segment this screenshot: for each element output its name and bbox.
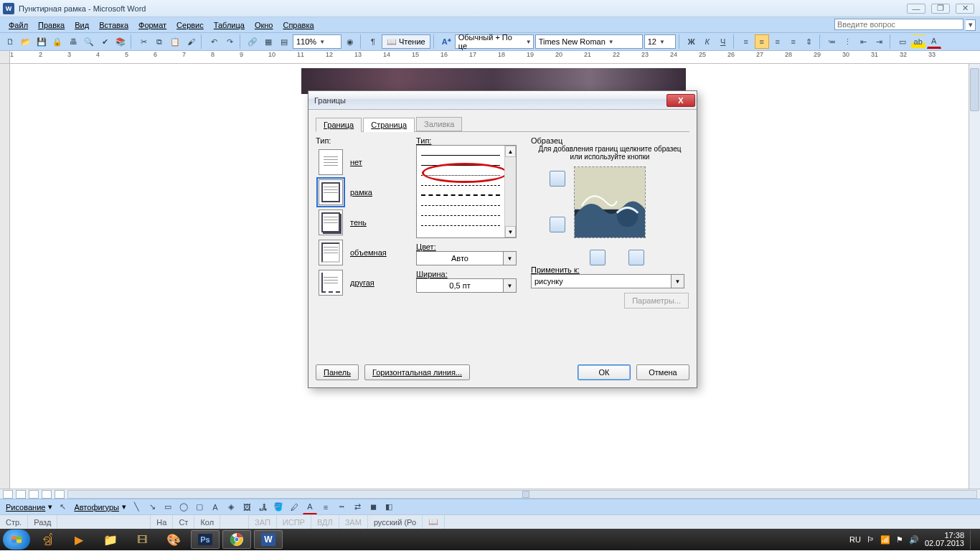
- cancel-button[interactable]: Отмена: [636, 364, 689, 380]
- maximize-button[interactable]: ❐: [931, 4, 950, 14]
- menu-file[interactable]: Файл: [4, 19, 32, 31]
- horizontal-line-button[interactable]: Горизонтальная линия...: [364, 364, 470, 380]
- vertical-ruler[interactable]: [0, 64, 10, 489]
- color-combo[interactable]: Авто ▼: [416, 251, 517, 265]
- setting-box-icon[interactable]: [319, 179, 343, 205]
- border-top-button[interactable]: [550, 171, 565, 187]
- align-justify-icon[interactable]: ≡: [786, 34, 801, 49]
- clipart-icon[interactable]: 🖼: [240, 500, 254, 514]
- line-spacing-icon[interactable]: ⇕: [802, 34, 816, 49]
- status-rec[interactable]: ЗАП: [249, 515, 277, 529]
- font-color-icon[interactable]: A: [927, 34, 941, 49]
- zoom-combo[interactable]: 110%▼: [293, 34, 341, 49]
- menu-table[interactable]: Таблица: [209, 19, 249, 31]
- print-icon[interactable]: 🖶: [66, 34, 80, 49]
- undo-icon[interactable]: ↶: [207, 34, 221, 49]
- border-right-button[interactable]: [628, 250, 644, 265]
- dash-style-icon[interactable]: ┅: [334, 500, 349, 514]
- line-style-list[interactable]: ▲ ▼: [416, 145, 517, 238]
- line-icon[interactable]: ╲: [129, 500, 143, 514]
- tray-action-icon[interactable]: ⚑: [896, 535, 903, 545]
- status-book-icon[interactable]: 📖: [423, 515, 445, 529]
- borders-icon[interactable]: ▭: [895, 34, 910, 49]
- tray-flag-icon[interactable]: 🏳: [867, 535, 875, 544]
- task-photoshop-icon[interactable]: Ps: [191, 530, 220, 549]
- status-ovr[interactable]: ЗАМ: [339, 515, 368, 529]
- format-painter-icon[interactable]: 🖌: [184, 34, 198, 49]
- italic-icon[interactable]: К: [700, 34, 715, 49]
- status-ext[interactable]: ВДЛ: [311, 515, 339, 529]
- spellcheck-icon[interactable]: ✔: [98, 34, 112, 49]
- tab-page[interactable]: Страница: [363, 118, 415, 132]
- menu-view[interactable]: Вид: [70, 19, 93, 31]
- status-language[interactable]: русский (Ро: [368, 515, 423, 529]
- show-desktop-button[interactable]: [970, 529, 976, 550]
- styles-pane-icon[interactable]: A⁴: [439, 34, 453, 49]
- copy-icon[interactable]: ⧉: [152, 34, 166, 49]
- task-paint-icon[interactable]: 🎨: [159, 530, 188, 549]
- tray-clock[interactable]: 17:38 02.07.2013: [925, 532, 964, 547]
- redo-icon[interactable]: ↷: [222, 34, 237, 49]
- show-marks-icon[interactable]: ¶: [366, 34, 380, 49]
- fill-color-icon[interactable]: 🪣: [271, 500, 286, 514]
- setting-custom-icon[interactable]: [319, 270, 343, 296]
- insert-table-icon[interactable]: ▤: [277, 34, 291, 49]
- 3d-style-icon[interactable]: ◧: [382, 500, 396, 514]
- horizontal-scrollbar[interactable]: [67, 490, 977, 499]
- arrow-icon[interactable]: ↘: [145, 500, 159, 514]
- toolbar-button[interactable]: Панель: [316, 364, 359, 380]
- arrow-style-icon[interactable]: ⇄: [350, 500, 364, 514]
- textbox-icon[interactable]: ▢: [192, 500, 207, 514]
- apply-to-combo[interactable]: рисунку ▼: [531, 274, 684, 288]
- bold-icon[interactable]: Ж: [684, 34, 699, 49]
- border-left-button[interactable]: [590, 250, 606, 265]
- tab-border[interactable]: Граница: [316, 118, 362, 132]
- menu-window[interactable]: Окно: [250, 19, 278, 31]
- drawing-menu[interactable]: Рисование ▾: [3, 500, 54, 514]
- align-left-icon[interactable]: ≡: [739, 34, 753, 49]
- task-video-icon[interactable]: 🎞: [128, 530, 156, 549]
- setting-none-icon[interactable]: [319, 149, 343, 175]
- document-page[interactable]: Границы X Граница Страница Заливка Тип: …: [10, 64, 969, 489]
- size-combo[interactable]: 12▼: [644, 34, 676, 49]
- research-icon[interactable]: 📚: [113, 34, 128, 49]
- align-center-icon[interactable]: ≡: [755, 34, 769, 49]
- vertical-scrollbar[interactable]: [969, 64, 980, 489]
- increase-indent-icon[interactable]: ⇥: [872, 34, 887, 49]
- font-combo[interactable]: Times New Roman▼: [535, 34, 643, 49]
- open-icon[interactable]: 📂: [19, 34, 33, 49]
- cut-icon[interactable]: ✂: [136, 34, 151, 49]
- width-combo[interactable]: 0,5 пт ▼: [416, 278, 517, 293]
- line-style-icon[interactable]: ≡: [319, 500, 333, 514]
- oval-icon[interactable]: ◯: [176, 500, 191, 514]
- setting-3d-icon[interactable]: [319, 240, 343, 265]
- task-explorer-icon[interactable]: 📁: [96, 530, 125, 549]
- ok-button[interactable]: ОК: [578, 364, 631, 380]
- dialog-titlebar[interactable]: Границы X: [308, 91, 697, 110]
- save-icon[interactable]: 💾: [34, 34, 49, 49]
- tables-borders-icon[interactable]: ▦: [261, 34, 275, 49]
- underline-icon[interactable]: Ч: [716, 34, 730, 49]
- border-bottom-button[interactable]: [550, 217, 565, 232]
- shadow-style-icon[interactable]: ◼: [366, 500, 380, 514]
- tray-lang[interactable]: RU: [849, 535, 861, 544]
- outline-view-icon[interactable]: [42, 490, 52, 499]
- print-view-icon[interactable]: [29, 490, 39, 499]
- autoshapes-menu[interactable]: Автофигуры ▾: [71, 500, 128, 514]
- menu-help[interactable]: Справка: [278, 19, 318, 31]
- scroll-down-icon[interactable]: ▼: [505, 226, 516, 237]
- start-button[interactable]: [3, 529, 30, 550]
- tray-network-icon[interactable]: 📶: [880, 535, 890, 545]
- tray-volume-icon[interactable]: 🔊: [909, 535, 919, 545]
- menu-insert[interactable]: Вставка: [95, 19, 133, 31]
- preview-image[interactable]: [574, 166, 646, 238]
- menu-edit[interactable]: Правка: [34, 19, 69, 31]
- help-icon[interactable]: ◉: [343, 34, 357, 49]
- font-color-draw-icon[interactable]: A: [303, 500, 317, 514]
- task-word-icon[interactable]: W: [254, 530, 283, 549]
- horizontal-ruler[interactable]: 1234567891011121314151617181920212223242…: [0, 51, 980, 64]
- highlight-icon[interactable]: ab: [911, 34, 925, 49]
- dialog-close-button[interactable]: X: [666, 94, 695, 107]
- setting-shadow-icon[interactable]: [319, 209, 343, 235]
- numbering-icon[interactable]: ≔: [825, 34, 839, 49]
